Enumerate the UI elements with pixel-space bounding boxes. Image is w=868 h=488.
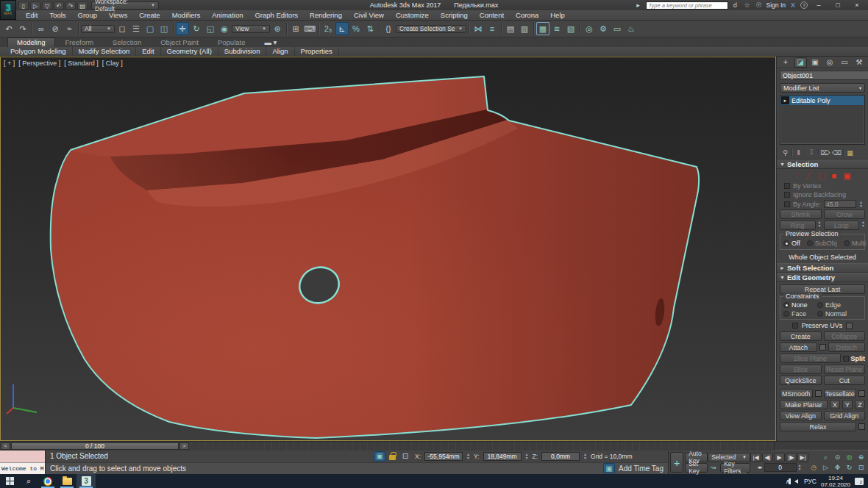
select-and-move-icon[interactable]: ✛ <box>176 22 189 35</box>
orbit-icon[interactable]: ↻ <box>844 463 855 473</box>
grow-button[interactable]: Grow <box>824 209 866 219</box>
listener-output-pane[interactable]: Welcome to M <box>0 463 45 475</box>
use-pivot-point-center-icon[interactable]: ⊕ <box>271 22 284 35</box>
ring-spinner[interactable]: ▲▼ <box>818 220 822 230</box>
cut-button[interactable]: Cut <box>824 376 866 385</box>
y-spinner[interactable]: ▲▼ <box>525 453 529 460</box>
menu-graph-editors[interactable]: Graph Editors <box>249 10 303 20</box>
y-coordinate-field[interactable] <box>483 452 522 461</box>
attach-settings-button[interactable] <box>819 344 826 351</box>
select-and-manipulate-icon[interactable]: ⊞ <box>289 22 302 35</box>
collapse-button[interactable]: Collapse <box>824 331 866 341</box>
selection-filter-dropdown[interactable]: All▼ <box>81 25 115 33</box>
maxscript-mini-listener[interactable]: Welcome to M <box>0 451 46 474</box>
menu-customize[interactable]: Customize <box>391 10 434 20</box>
z-spinner[interactable]: ▲▼ <box>583 453 587 460</box>
redo-button[interactable]: ↷ <box>16 22 29 35</box>
menu-animation[interactable]: Animation <box>207 10 248 20</box>
align-icon[interactable]: ≡ <box>485 22 499 35</box>
preview-off-radio[interactable] <box>783 240 789 246</box>
tessellate-button[interactable]: Tessellate <box>824 389 857 398</box>
by-vertex-checkbox[interactable]: By Vertex <box>777 182 868 190</box>
start-button[interactable] <box>0 474 19 488</box>
polygon-subobject-icon[interactable]: ■ <box>831 171 836 180</box>
ribbon-tab-selection[interactable]: Selection <box>104 38 150 47</box>
remove-modifier-icon[interactable]: ⌦ <box>819 148 830 157</box>
layer-explorer-icon[interactable]: ▥ <box>518 22 531 35</box>
next-frame-icon[interactable]: |▶ <box>786 453 797 462</box>
show-end-result-icon[interactable]: ‖ <box>793 148 804 157</box>
modifier-stack[interactable]: ► Editable Poly <box>780 95 865 145</box>
motion-tab-icon[interactable]: ◎ <box>824 57 836 68</box>
viewport-canvas[interactable] <box>0 57 776 441</box>
listener-macro-pane[interactable] <box>0 451 45 463</box>
by-angle-checkbox[interactable]: By Angle: ▲▼ <box>777 199 868 209</box>
go-to-end-icon[interactable]: ▶| <box>797 453 808 462</box>
add-time-tag-button[interactable]: Add Time Tag <box>619 464 664 473</box>
utilities-tab-icon[interactable]: ⚒ <box>853 57 866 68</box>
detach-button[interactable]: Detach <box>828 342 866 352</box>
play-animation-icon[interactable]: ▶ <box>774 453 785 462</box>
select-and-link-icon[interactable]: ∞ <box>35 22 48 35</box>
app-logo[interactable]: 3 MAX <box>0 0 16 20</box>
relax-button[interactable]: Relax <box>780 422 856 431</box>
default-in-out-tangent-icon[interactable]: ↝ <box>708 463 719 473</box>
rendered-frame-window-icon[interactable]: ▭ <box>611 22 624 35</box>
stack-item-editable-poly[interactable]: ► Editable Poly <box>780 96 864 105</box>
select-by-name-icon[interactable]: ☰ <box>129 22 143 35</box>
preserve-uvs-checkbox[interactable]: Preserve UVs <box>777 321 868 330</box>
constraint-normal-radio[interactable] <box>817 311 823 317</box>
snaps-toggle-icon[interactable]: 2₅ <box>321 22 335 35</box>
ribbon-group-modify-selection[interactable]: Modify Selection <box>73 47 137 56</box>
help-search-input[interactable] <box>646 1 728 10</box>
display-tab-icon[interactable]: ▭ <box>839 57 851 68</box>
configure-modifier-sets-icon[interactable]: ▦ <box>844 148 855 157</box>
planar-z-button[interactable]: Z <box>855 400 865 409</box>
ring-button[interactable]: Ring <box>780 220 816 230</box>
unlink-selection-icon[interactable]: ⊘ <box>49 22 62 35</box>
planar-y-button[interactable]: Y <box>842 400 853 409</box>
frame-spinner[interactable]: ▲▼ <box>798 464 802 471</box>
previous-frame-arrow[interactable]: < <box>1 442 10 450</box>
loop-button[interactable]: Loop <box>824 220 860 230</box>
absolute-mode-icon[interactable]: ⊡ <box>399 451 411 462</box>
planar-x-button[interactable]: X <box>830 400 840 409</box>
slice-button[interactable]: Slice <box>780 365 822 374</box>
viewport-render-preset-menu[interactable]: [ Standard ] <box>64 60 99 67</box>
tessellate-settings-button[interactable] <box>858 390 865 397</box>
viewport-shading-menu[interactable]: [ Clay ] <box>102 60 123 67</box>
pin-stack-icon[interactable]: ⚲ <box>780 148 791 157</box>
menu-edit[interactable]: Edit <box>21 10 43 20</box>
scene-explorer-icon[interactable]: ▤ <box>504 22 517 35</box>
search-communities-icon[interactable]: ☌ <box>731 1 740 9</box>
go-to-start-icon[interactable]: |◀ <box>750 453 761 462</box>
x-coordinate-field[interactable] <box>424 452 463 461</box>
volume-icon[interactable] <box>794 479 798 484</box>
perspective-viewport[interactable]: [ + ] [ Perspective ] [ Standard ] [ Cla… <box>0 57 776 441</box>
minimize-button[interactable]: – <box>811 1 827 10</box>
remove-modifier2-icon[interactable]: ⌫ <box>831 148 842 157</box>
taskbar-clock[interactable]: 19:24 07.02.2020 <box>821 475 850 488</box>
next-frame-arrow[interactable]: > <box>179 442 189 450</box>
soft-selection-rollout-header[interactable]: ► Soft Selection <box>777 263 868 273</box>
restore-button[interactable]: □ <box>830 1 846 10</box>
new-scene-icon[interactable]: ▯ <box>18 1 29 10</box>
make-planar-button[interactable]: Make Planar <box>780 400 828 409</box>
time-slider-track[interactable]: < 0 / 100 > <box>0 442 775 451</box>
render-setup-icon[interactable]: ⚙ <box>597 22 610 35</box>
undo-button[interactable]: ↶ <box>2 22 15 35</box>
menu-civil-view[interactable]: Civil View <box>349 10 389 20</box>
save-file-icon[interactable]: ▽ <box>42 1 52 10</box>
menu-tools[interactable]: Tools <box>44 10 71 20</box>
spinner-icon[interactable]: ▲▼ <box>859 201 863 208</box>
taskbar-3dsmax-icon[interactable]: 3 <box>77 474 96 488</box>
angle-snap-toggle-icon[interactable]: ⊾ <box>335 22 349 35</box>
ribbon-tab-modeling[interactable]: Modeling <box>7 37 55 47</box>
select-and-place-icon[interactable]: ◉ <box>218 22 231 35</box>
ribbon-tab-populate[interactable]: Populate <box>209 38 255 47</box>
constraint-face-radio[interactable] <box>783 311 789 317</box>
msmooth-settings-button[interactable] <box>815 390 822 397</box>
set-key-button[interactable]: Set Key <box>685 463 708 473</box>
loop-spinner[interactable]: ▲▼ <box>861 220 865 230</box>
menu-rendering[interactable]: Rendering <box>305 10 347 20</box>
